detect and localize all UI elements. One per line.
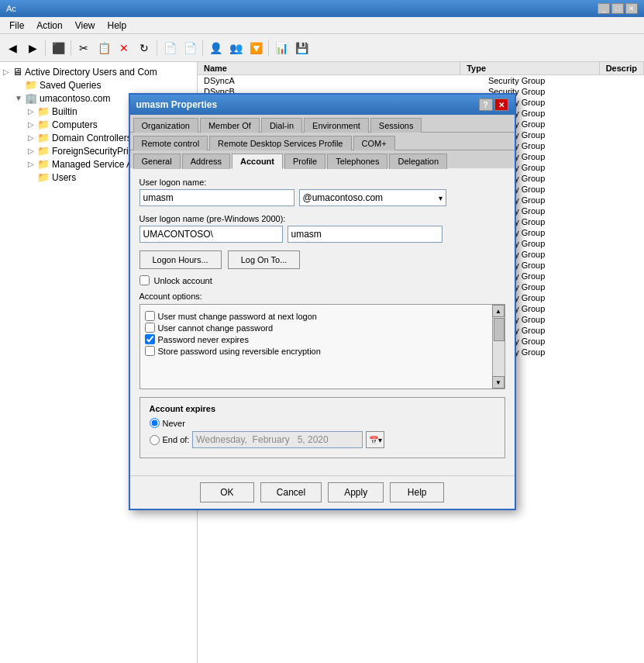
tab-address[interactable]: Address — [182, 154, 230, 169]
tab-row-3: General Address Account Profile Telephon… — [130, 150, 515, 168]
user-logon-name-label: User logon name: — [139, 178, 505, 187]
store-password-checkbox[interactable] — [145, 346, 155, 356]
dialog-title-buttons: ? ✕ — [479, 98, 508, 111]
checkbox-must-change-password[interactable]: User must change password at next logon — [145, 311, 486, 321]
account-options-box: User must change password at next logon … — [139, 304, 505, 389]
end-of-date-input[interactable] — [192, 431, 363, 448]
domain-dropdown[interactable]: @umacontoso.com ▾ — [299, 189, 446, 206]
pre-win2000-group: User logon name (pre-Windows 2000): — [139, 214, 505, 243]
dialog-help-button[interactable]: ? — [479, 98, 493, 111]
dialog-overlay: umasm Properties ? ✕ Organization Member… — [0, 0, 644, 663]
cannot-change-password-label: User cannot change password — [158, 323, 274, 333]
never-radio[interactable] — [150, 418, 160, 428]
radio-end-of[interactable]: End of: 📅▾ — [150, 431, 495, 448]
end-of-radio[interactable] — [150, 435, 160, 445]
password-never-expires-checkbox[interactable] — [145, 334, 155, 344]
logon-buttons-row: Logon Hours... Log On To... — [139, 250, 505, 269]
tab-delegation[interactable]: Delegation — [389, 154, 447, 169]
pre-win2000-label: User logon name (pre-Windows 2000): — [139, 214, 505, 223]
dialog-content: User logon name: @umacontoso.com ▾ User … — [130, 168, 515, 475]
checkbox-store-password[interactable]: Store password using reversible encrypti… — [145, 346, 486, 356]
calendar-button[interactable]: 📅▾ — [366, 431, 384, 448]
username-pre-win2000-input[interactable] — [288, 226, 443, 243]
user-logon-name-input[interactable] — [139, 189, 294, 206]
tab-telephones[interactable]: Telephones — [327, 154, 387, 169]
password-never-expires-label: Password never expires — [158, 335, 249, 344]
cancel-button[interactable]: Cancel — [260, 482, 322, 502]
domain-dropdown-value: @umacontoso.com — [303, 192, 384, 203]
account-expires-label: Account expires — [150, 404, 495, 413]
checkbox-cannot-change-password[interactable]: User cannot change password — [145, 323, 486, 333]
help-button[interactable]: Help — [390, 482, 444, 502]
scroll-down-button[interactable]: ▼ — [492, 376, 505, 388]
domain-prefix-input[interactable] — [139, 226, 283, 243]
dialog-title-text: umasm Properties — [136, 99, 218, 110]
tab-general[interactable]: General — [133, 154, 181, 169]
checkbox-password-never-expires[interactable]: Password never expires — [145, 334, 486, 344]
tab-sessions[interactable]: Sessions — [370, 118, 422, 133]
dialog-bottom-buttons: OK Cancel Apply Help — [130, 475, 515, 509]
tab-profile[interactable]: Profile — [284, 154, 325, 169]
log-on-to-button[interactable]: Log On To... — [228, 250, 301, 269]
never-label: Never — [163, 419, 185, 428]
scroll-track — [493, 317, 504, 376]
tab-account[interactable]: Account — [232, 154, 283, 169]
tab-member-of[interactable]: Member Of — [200, 118, 260, 133]
account-options-label: Account options: — [139, 292, 505, 301]
user-logon-name-row: @umacontoso.com ▾ — [139, 189, 505, 206]
dialog-title-bar: umasm Properties ? ✕ — [130, 95, 515, 115]
must-change-password-checkbox[interactable] — [145, 311, 155, 321]
must-change-password-label: User must change password at next logon — [158, 312, 317, 321]
store-password-label: Store password using reversible encrypti… — [158, 347, 321, 356]
end-of-label: End of: — [163, 435, 190, 444]
ok-button[interactable]: OK — [200, 482, 254, 502]
scrollbar-vertical[interactable]: ▲ ▼ — [492, 305, 505, 388]
tab-row-2: Remote control Remote Desktop Services P… — [130, 132, 515, 150]
tab-rdp[interactable]: Remote Desktop Services Profile — [209, 136, 351, 150]
cannot-change-password-checkbox[interactable] — [145, 323, 155, 333]
tab-organization[interactable]: Organization — [133, 118, 198, 133]
scroll-up-button[interactable]: ▲ — [492, 305, 505, 317]
pre-win2000-row — [139, 226, 505, 243]
radio-never[interactable]: Never — [150, 418, 495, 428]
tab-environment[interactable]: Environment — [304, 118, 369, 133]
dialog-close-button[interactable]: ✕ — [494, 98, 508, 111]
unlock-account-checkbox[interactable] — [139, 275, 150, 285]
apply-button[interactable]: Apply — [328, 482, 384, 502]
unlock-account-label[interactable]: Unlock account — [154, 276, 212, 285]
tab-row-1: Organization Member Of Dial-in Environme… — [130, 115, 515, 132]
scroll-thumb[interactable] — [494, 318, 505, 341]
account-expires-box: Account expires Never End of: 📅▾ — [139, 397, 505, 458]
logon-hours-button[interactable]: Logon Hours... — [139, 250, 222, 269]
unlock-account-row: Unlock account — [139, 275, 505, 285]
dropdown-arrow-icon: ▾ — [439, 194, 443, 202]
tab-remote-control[interactable]: Remote control — [133, 136, 208, 150]
properties-dialog: umasm Properties ? ✕ Organization Member… — [129, 93, 516, 510]
tab-dial-in[interactable]: Dial-in — [261, 118, 302, 133]
tab-com-plus[interactable]: COM+ — [353, 136, 395, 150]
user-logon-name-group: User logon name: @umacontoso.com ▾ — [139, 178, 505, 206]
